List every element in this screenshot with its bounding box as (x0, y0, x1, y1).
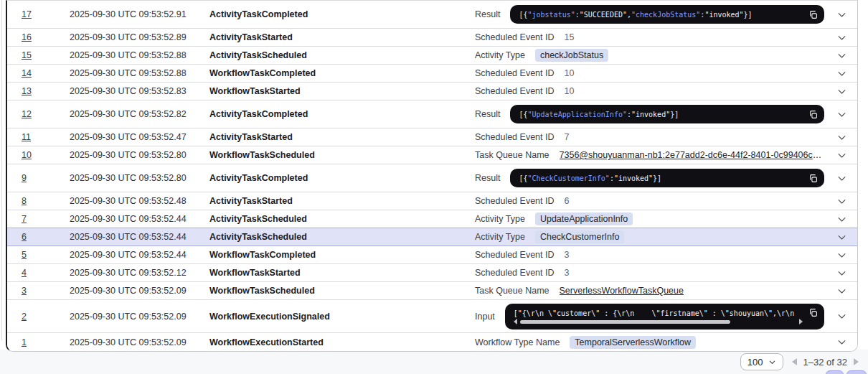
pagination-bar: 100 1–32 of 32 (740, 353, 859, 370)
copy-button[interactable] (807, 172, 819, 184)
payload-json: ["{\r\n \"customer\" : {\r\n \"firstname… (514, 309, 803, 317)
expand-row-button[interactable] (836, 9, 847, 20)
chevron-down-icon (836, 232, 847, 243)
event-type: WorkflowTaskScheduled (209, 286, 475, 296)
expand-row-button[interactable] (836, 32, 847, 43)
expand-row-button[interactable] (836, 337, 847, 347)
event-id-link[interactable]: 11 (22, 132, 31, 142)
event-row[interactable]: 82025-09-30 UTC 09:53:52.48ActivityTaskS… (7, 192, 857, 210)
event-row[interactable]: 162025-09-30 UTC 09:53:52.89ActivityTask… (7, 29, 857, 47)
expand-row-button[interactable] (836, 173, 847, 184)
event-row[interactable]: 132025-09-30 UTC 09:53:52.83WorkflowTask… (7, 83, 857, 100)
copy-button[interactable] (807, 108, 819, 120)
event-id-link[interactable]: 17 (22, 9, 32, 19)
event-row[interactable]: 102025-09-30 UTC 09:53:52.80WorkflowTask… (7, 146, 857, 164)
event-row[interactable]: 152025-09-30 UTC 09:53:52.88ActivityTask… (7, 47, 857, 65)
event-detail: Scheduled Event ID10 (475, 68, 826, 78)
code-token: [{ (519, 174, 527, 182)
expand-row-button[interactable] (836, 232, 847, 243)
event-timestamp: 2025-09-30 UTC 09:53:52.09 (70, 286, 209, 296)
event-id-link[interactable]: 14 (22, 68, 32, 78)
event-id-link[interactable]: 7 (22, 214, 27, 224)
expand-row-button[interactable] (836, 268, 847, 279)
chevron-cell (826, 268, 857, 279)
expand-row-button[interactable] (836, 150, 847, 161)
detail-link[interactable]: 7356@shouyuanman-nb1:2e77add2-dc6e-44f2-… (560, 150, 824, 160)
scroll-left-icon[interactable] (514, 319, 517, 324)
event-detail: Scheduled Event ID10 (475, 86, 826, 96)
event-row[interactable]: 62025-09-30 UTC 09:53:52.44ActivityTaskS… (7, 228, 857, 246)
chevron-down-icon (836, 250, 847, 261)
scroll-right-icon[interactable] (799, 319, 803, 324)
expand-row-button[interactable] (836, 86, 847, 97)
code-token: }] (670, 111, 679, 118)
event-id-link[interactable]: 12 (22, 109, 32, 119)
payload-code-block: [{"CheckCustomerInfo":"invoked"}] (510, 169, 824, 187)
event-row[interactable]: 52025-09-30 UTC 09:53:52.44WorkflowTaskC… (7, 246, 857, 264)
event-id-link[interactable]: 13 (22, 86, 32, 96)
expand-row-button[interactable] (836, 68, 847, 79)
expand-row-button[interactable] (836, 50, 847, 61)
copy-button[interactable] (807, 9, 819, 20)
event-id-link[interactable]: 3 (22, 286, 27, 296)
event-timestamp: 2025-09-30 UTC 09:53:52.47 (70, 132, 209, 142)
event-row[interactable]: 92025-09-30 UTC 09:53:52.80ActivityTaskC… (7, 164, 857, 192)
expand-row-button[interactable] (836, 196, 847, 207)
previous-page-icon[interactable] (792, 358, 797, 365)
event-id-link[interactable]: 1 (22, 337, 27, 347)
chevron-cell (826, 150, 857, 161)
expand-row-button[interactable] (836, 132, 847, 143)
event-id-link[interactable]: 6 (22, 232, 27, 242)
event-row[interactable]: 112025-09-30 UTC 09:53:52.47ActivityTask… (7, 128, 857, 146)
scrollbar-thumb[interactable] (520, 320, 730, 324)
horizontal-scrollbar[interactable] (514, 319, 803, 324)
chevron-cell (826, 132, 857, 143)
event-id-link[interactable]: 9 (22, 173, 27, 183)
event-detail: Activity TypeCheckCustomerInfo (475, 230, 826, 243)
event-row[interactable]: 142025-09-30 UTC 09:53:52.88WorkflowTask… (7, 65, 857, 83)
chevron-cell (826, 232, 857, 243)
pager: 1–32 of 32 (792, 357, 859, 368)
event-row[interactable]: 42025-09-30 UTC 09:53:52.12WorkflowTaskS… (7, 264, 857, 282)
code-token: [{ (519, 11, 527, 19)
chevron-cell (826, 250, 857, 261)
event-row[interactable]: 122025-09-30 UTC 09:53:52.82ActivityTask… (7, 100, 857, 128)
next-page-icon[interactable] (854, 358, 859, 365)
detail-link[interactable]: ServerlessWorkflowTaskQueue (560, 286, 684, 296)
event-type: WorkflowTaskStarted (209, 86, 475, 96)
copy-button[interactable] (807, 307, 819, 319)
event-id-link[interactable]: 2 (22, 312, 27, 322)
cut-off-button[interactable] (846, 370, 867, 374)
detail-label: Scheduled Event ID (475, 132, 555, 142)
event-id-cell: 14 (7, 68, 70, 78)
expand-row-button[interactable] (836, 109, 847, 120)
expand-row-button[interactable] (836, 214, 847, 225)
event-id-link[interactable]: 5 (22, 250, 27, 260)
event-id-link[interactable]: 4 (22, 268, 27, 278)
event-id-link[interactable]: 16 (22, 32, 32, 42)
expand-row-button[interactable] (836, 250, 847, 261)
event-row[interactable]: 72025-09-30 UTC 09:53:52.44ActivityTaskS… (7, 210, 857, 228)
event-row[interactable]: 12025-09-30 UTC 09:53:52.09WorkflowExecu… (7, 333, 857, 351)
expand-row-button[interactable] (836, 311, 847, 322)
scrollbar-track[interactable] (520, 320, 796, 324)
event-detail: Scheduled Event ID15 (475, 32, 826, 42)
event-id-link[interactable]: 8 (22, 196, 27, 206)
event-row[interactable]: 22025-09-30 UTC 09:53:52.09WorkflowExecu… (7, 300, 857, 333)
event-id-link[interactable]: 15 (22, 50, 32, 60)
event-row[interactable]: 172025-09-30 UTC 09:53:52.91ActivityTask… (7, 1, 857, 29)
payload-json: [{"jobstatus":"SUCCEEDED","checkJobStatu… (519, 11, 752, 19)
payload-json: [{"CheckCustomerInfo":"invoked"}] (519, 174, 661, 182)
expand-row-button[interactable] (836, 286, 847, 296)
chevron-down-icon (836, 286, 847, 296)
cut-off-button[interactable] (826, 370, 844, 374)
chevron-cell (826, 173, 857, 184)
event-detail: Input["{\r\n \"customer\" : {\r\n \"firs… (475, 304, 826, 329)
page-size-select[interactable]: 100 (740, 353, 783, 370)
event-row[interactable]: 32025-09-30 UTC 09:53:52.09WorkflowTaskS… (7, 282, 857, 300)
event-id-link[interactable]: 10 (22, 150, 32, 160)
event-detail: Result[{"jobstatus":"SUCCEEDED","checkJo… (475, 5, 826, 24)
detail-label: Input (475, 312, 495, 322)
event-detail: Scheduled Event ID3 (475, 250, 826, 260)
event-detail: Result[{"CheckCustomerInfo":"invoked"}] (475, 169, 826, 187)
